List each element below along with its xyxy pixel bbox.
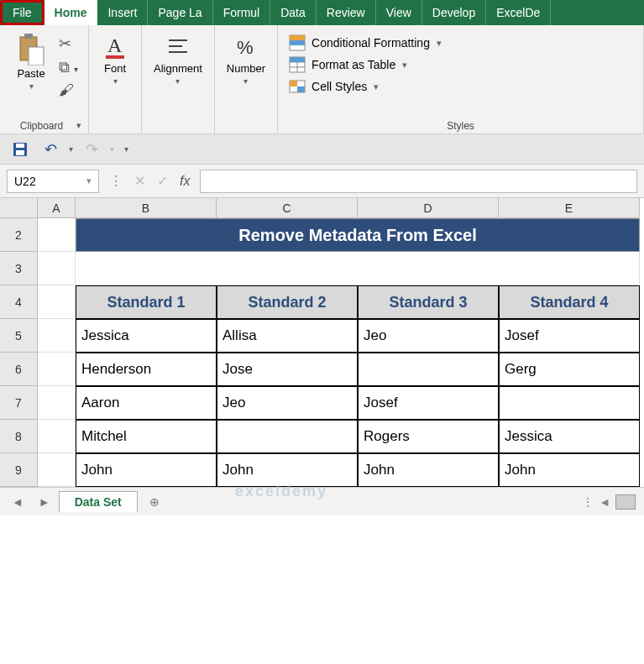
alignment-button[interactable]: Alignment ▾ <box>149 29 207 89</box>
font-button[interactable]: A Font ▾ <box>96 29 134 89</box>
accept-formula-button[interactable]: ✓ <box>157 173 168 189</box>
tab-insert[interactable]: Insert <box>97 0 148 25</box>
new-sheet-button[interactable]: ⊕ <box>141 492 168 512</box>
table-cell[interactable]: Josef <box>499 319 640 353</box>
chevron-down-icon: ▾ <box>29 81 34 91</box>
ribbon: Paste ▾ ✂ ⧉ ▾ 🖌 Clipboard▾ A Font ▾ Alig <box>0 25 644 134</box>
tab-developer[interactable]: Develop <box>422 0 486 25</box>
row-header[interactable]: 6 <box>0 353 38 386</box>
row-header[interactable]: 2 <box>0 218 38 252</box>
tab-page-layout[interactable]: Page La <box>148 0 212 25</box>
cut-button[interactable]: ✂ <box>55 34 81 55</box>
cell[interactable] <box>38 285 76 319</box>
undo-button[interactable]: ↶ <box>39 138 62 161</box>
paste-icon <box>17 32 45 65</box>
copy-button[interactable]: ⧉ ▾ <box>55 57 81 79</box>
table-cell[interactable]: Rogers <box>358 420 499 453</box>
cancel-formula-button[interactable]: ✕ <box>134 173 145 189</box>
format-as-table-button[interactable]: Format as Table▾ <box>288 55 442 74</box>
vdots-icon[interactable]: ⋮ <box>109 173 123 189</box>
tab-file[interactable]: File <box>0 0 45 25</box>
table-cell[interactable]: Gerg <box>499 353 640 386</box>
cell[interactable] <box>38 319 76 353</box>
tab-home[interactable]: Home <box>45 0 98 25</box>
tab-exceldemy[interactable]: ExcelDe <box>486 0 551 25</box>
conditional-formatting-button[interactable]: Conditional Formatting▾ <box>288 34 442 52</box>
table-cell[interactable]: John <box>76 453 217 487</box>
redo-dropdown[interactable]: ▾ <box>110 144 114 154</box>
table-header[interactable]: Standard 3 <box>358 285 499 319</box>
number-button[interactable]: % Number ▾ <box>222 29 270 89</box>
scroll-left[interactable]: ◄ <box>599 495 610 509</box>
table-cell[interactable] <box>217 420 358 453</box>
qat-customize[interactable]: ▾ <box>124 144 128 154</box>
row-header[interactable]: 3 <box>0 252 38 285</box>
chevron-down-icon: ▾ <box>113 76 118 86</box>
format-painter-button[interactable]: 🖌 <box>55 80 81 102</box>
fx-button[interactable]: fx <box>180 174 190 189</box>
percent-icon: % <box>232 32 260 60</box>
row-header[interactable]: 9 <box>0 453 38 487</box>
tab-view[interactable]: View <box>376 0 422 25</box>
row-header[interactable]: 5 <box>0 319 38 353</box>
formula-input[interactable] <box>200 170 637 193</box>
select-all-corner[interactable] <box>0 198 38 218</box>
cell[interactable] <box>38 252 76 285</box>
scroll-handle[interactable] <box>615 494 636 510</box>
sheet-tab-active[interactable]: Data Set <box>59 491 138 512</box>
table-cell[interactable]: Jessica <box>76 319 217 353</box>
sheet-tab-bar: ◄ ► Data Set ⊕ exceldemy ⋮ ◄ <box>0 487 644 515</box>
cell[interactable] <box>38 353 76 386</box>
table-cell[interactable]: Jessica <box>499 420 640 453</box>
svg-rect-21 <box>16 144 24 148</box>
svg-rect-18 <box>290 81 297 86</box>
col-header-d[interactable]: D <box>358 198 499 218</box>
table-cell[interactable]: Mitchel <box>76 420 217 453</box>
cell[interactable] <box>38 420 76 453</box>
cell[interactable] <box>38 218 76 252</box>
cell[interactable] <box>38 386 76 420</box>
table-cell[interactable]: Aaron <box>76 386 217 420</box>
col-header-c[interactable]: C <box>217 198 358 218</box>
table-cell[interactable]: Jose <box>217 353 358 386</box>
vdots-icon[interactable]: ⋮ <box>582 495 594 509</box>
tab-data[interactable]: Data <box>270 0 317 25</box>
table-cell[interactable]: Josef <box>358 386 499 420</box>
clipboard-group-label: Clipboard <box>20 120 63 132</box>
formula-bar: U22 ▾ ⋮ ✕ ✓ fx <box>0 165 644 198</box>
table-header[interactable]: Standard 1 <box>76 285 217 319</box>
table-cell[interactable]: Jeo <box>358 319 499 353</box>
row-header[interactable]: 7 <box>0 386 38 420</box>
table-cell[interactable]: Allisa <box>217 319 358 353</box>
sheet-nav-prev[interactable]: ◄ <box>7 494 29 510</box>
table-cell[interactable]: Henderson <box>76 353 217 386</box>
col-header-e[interactable]: E <box>499 198 640 218</box>
row-header[interactable]: 8 <box>0 420 38 453</box>
table-cell[interactable]: John <box>499 453 640 487</box>
table-cell[interactable] <box>499 386 640 420</box>
row-header[interactable]: 4 <box>0 285 38 319</box>
table-cell[interactable]: John <box>358 453 499 487</box>
paste-button[interactable]: Paste ▾ <box>12 29 50 94</box>
col-header-b[interactable]: B <box>76 198 217 218</box>
name-box[interactable]: U22 ▾ <box>7 170 99 193</box>
alignment-icon <box>164 32 192 60</box>
tab-formulas[interactable]: Formul <box>213 0 271 25</box>
cell[interactable] <box>76 252 640 285</box>
title-cell[interactable]: Remove Metadata From Excel <box>76 218 640 252</box>
table-header[interactable]: Standard 2 <box>217 285 358 319</box>
redo-button[interactable]: ↷ <box>80 138 103 161</box>
cell[interactable] <box>38 453 76 487</box>
col-header-a[interactable]: A <box>38 198 76 218</box>
table-cell[interactable] <box>358 353 499 386</box>
tab-review[interactable]: Review <box>317 0 376 25</box>
save-button[interactable] <box>8 138 32 161</box>
table-cell[interactable]: John <box>217 453 358 487</box>
undo-dropdown[interactable]: ▾ <box>69 144 73 154</box>
cell-styles-button[interactable]: Cell Styles▾ <box>288 77 442 96</box>
table-header[interactable]: Standard 4 <box>499 285 640 319</box>
table-cell[interactable]: Jeo <box>217 386 358 420</box>
group-number: % Number ▾ <box>215 25 278 133</box>
clipboard-launcher[interactable]: ▾ <box>76 120 81 131</box>
sheet-nav-next[interactable]: ► <box>34 494 55 510</box>
